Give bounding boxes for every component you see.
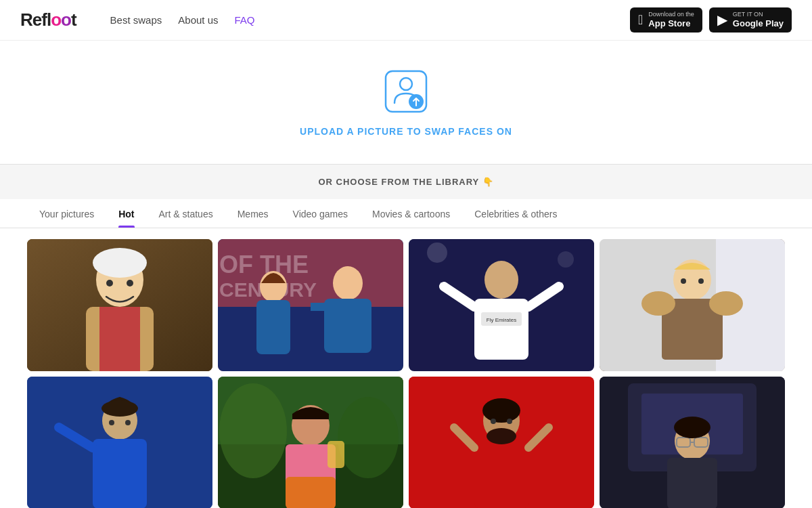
app-store-label: App Store [648, 18, 694, 29]
google-play-label: Google Play [733, 18, 784, 29]
svg-point-61 [507, 419, 512, 424]
google-play-button[interactable]: ▶ GET IT ON Google Play [709, 7, 792, 32]
soldier-image [600, 239, 785, 371]
gallery: OF THE CENTURY [0, 228, 812, 508]
tabs-section: Your pictures Hot Art & statues Memes Vi… [0, 199, 812, 228]
upload-icon [382, 68, 430, 115]
tabs: Your pictures Hot Art & statues Memes Vi… [27, 199, 785, 228]
svg-point-46 [219, 383, 287, 478]
gallery-item-dora[interactable] [218, 377, 403, 508]
gallery-item-doc-brown[interactable] [27, 239, 212, 371]
logo: Refloot [20, 9, 76, 30]
svg-point-10 [127, 280, 133, 287]
svg-point-17 [333, 266, 363, 300]
app-store-pre-label: Download on the [648, 11, 694, 18]
superhero-image: OF THE CENTURY [218, 239, 403, 371]
svg-point-43 [125, 420, 131, 425]
svg-rect-51 [292, 414, 329, 419]
svg-point-70 [674, 417, 710, 438]
svg-rect-66 [667, 458, 717, 508]
salah-image [409, 377, 594, 508]
store-buttons:  Download on the App Store ▶ GET IT ON … [630, 7, 792, 32]
svg-point-42 [109, 420, 114, 425]
tab-hot[interactable]: Hot [106, 199, 146, 228]
svg-point-47 [338, 397, 399, 478]
svg-point-34 [709, 291, 743, 316]
svg-rect-16 [256, 300, 290, 354]
gallery-item-soldier[interactable] [600, 239, 785, 371]
neymar-image: Fly Emirates [409, 239, 594, 371]
svg-text:OF THE: OF THE [219, 251, 309, 278]
nav: Best swaps About us FAQ [110, 14, 255, 26]
upload-icon-wrap [382, 68, 430, 118]
svg-point-9 [106, 280, 113, 287]
header: Refloot Best swaps About us FAQ  Downlo… [0, 0, 812, 41]
library-section: OR CHOOSE FROM THE LIBRARY 👇 [0, 165, 812, 199]
svg-point-36 [698, 278, 704, 284]
svg-point-22 [558, 251, 574, 268]
tab-memes[interactable]: Memes [225, 199, 281, 228]
google-play-pre-label: GET IT ON [733, 11, 784, 18]
gallery-item-neymar[interactable]: Fly Emirates [409, 239, 594, 371]
app-store-button[interactable]:  Download on the App Store [630, 7, 702, 32]
upload-label[interactable]: UPLOAD A PICTURE TO SWAP FACES ON [300, 126, 512, 137]
svg-point-35 [681, 278, 686, 284]
nav-faq[interactable]: FAQ [235, 14, 255, 26]
gallery-item-salah[interactable] [409, 377, 594, 508]
nav-about-us[interactable]: About us [178, 14, 218, 26]
svg-rect-24 [474, 299, 528, 360]
svg-rect-52 [328, 441, 344, 468]
svg-point-59 [487, 428, 516, 444]
tab-movies-cartoons[interactable]: Movies & cartoons [360, 199, 462, 228]
svg-point-1 [400, 78, 412, 90]
svg-point-23 [484, 261, 518, 299]
svg-point-33 [641, 291, 675, 316]
tab-your-pictures[interactable]: Your pictures [27, 199, 106, 228]
tab-art-statues[interactable]: Art & statues [147, 199, 225, 228]
library-label: OR CHOOSE FROM THE LIBRARY 👇 [318, 177, 493, 187]
svg-rect-50 [286, 477, 336, 508]
svg-rect-8 [99, 307, 140, 371]
mystery-image [600, 377, 785, 508]
tab-video-games[interactable]: Video games [281, 199, 360, 228]
svg-rect-39 [93, 439, 147, 508]
logo-accent1: o [51, 9, 61, 30]
hazard-image [27, 377, 212, 508]
dora-image [218, 377, 403, 508]
doc-brown-image [27, 239, 212, 371]
svg-rect-55 [474, 440, 528, 508]
svg-point-41 [102, 400, 138, 417]
logo-accent2: o [61, 9, 71, 30]
svg-point-6 [93, 248, 147, 278]
google-play-icon: ▶ [717, 12, 727, 28]
nav-best-swaps[interactable]: Best swaps [110, 14, 162, 26]
svg-text:Fly Emirates: Fly Emirates [487, 317, 516, 323]
svg-point-58 [482, 398, 520, 423]
svg-point-21 [427, 242, 447, 263]
gallery-item-hazard[interactable] [27, 377, 212, 508]
apple-icon:  [638, 12, 643, 28]
svg-point-60 [491, 419, 496, 424]
tab-celebrities-others[interactable]: Celebrities & others [462, 199, 569, 228]
gallery-item-superhero[interactable]: OF THE CENTURY [218, 239, 403, 371]
upload-section[interactable]: UPLOAD A PICTURE TO SWAP FACES ON [0, 41, 812, 165]
gallery-grid: OF THE CENTURY [27, 239, 785, 508]
gallery-item-mystery[interactable] [600, 377, 785, 508]
